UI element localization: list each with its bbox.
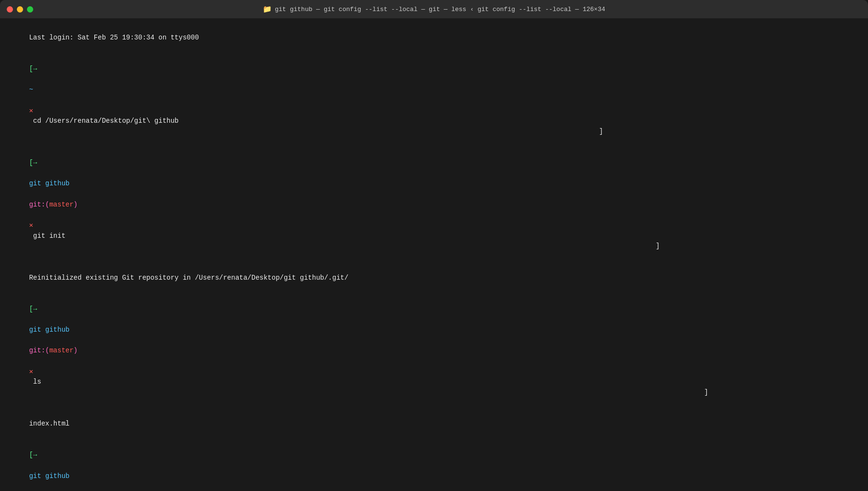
maximize-button[interactable] (27, 6, 33, 13)
close-button[interactable] (7, 6, 13, 13)
prompt-dir-2: git github (29, 180, 69, 187)
prompt-dir-3: git github (29, 326, 69, 334)
cmd-line-3: [→ git github git:(master) ✕ ls (5, 294, 863, 409)
prompt-git-2: git:( (29, 201, 49, 208)
cmd-text-2: git init (29, 232, 65, 240)
titlebar-title: 📁 git github — git config --list --local… (263, 5, 605, 14)
login-text: Last login: Sat Feb 25 19:30:34 on ttys0… (29, 34, 199, 41)
reinit-text: Reinitialized existing Git repository in… (29, 274, 348, 282)
cmd-line-4: [→ git github git:(master) ✕ git status (5, 440, 863, 491)
titlebar: 📁 git github — git config --list --local… (0, 0, 868, 18)
cmd-text-1: cd /Users/renata/Desktop/git\ github (29, 117, 179, 125)
line-end-2: ] (29, 242, 660, 250)
prompt-branch-2: master (49, 201, 73, 208)
ls-output-text: index.html (29, 420, 69, 427)
login-line: Last login: Sat Feb 25 19:30:34 on ttys0… (5, 22, 863, 53)
cmd-text-3: ls (29, 378, 41, 386)
prompt-tilde-1: ~ (29, 86, 33, 93)
prompt-x-2: ✕ (29, 221, 33, 229)
window-controls (7, 6, 33, 13)
prompt-x-1: ✕ (29, 107, 33, 115)
reinit-line: Reinitialized existing Git repository in… (5, 262, 863, 294)
prompt-arrow-3: [→ (29, 305, 37, 313)
folder-icon: 📁 (263, 5, 272, 14)
prompt-arrow-2: [→ (29, 159, 37, 167)
terminal-window: 📁 git github — git config --list --local… (0, 0, 868, 491)
prompt-arrow-4: [→ (29, 451, 37, 459)
line-end-1: ] (29, 128, 603, 135)
terminal-content[interactable]: Last login: Sat Feb 25 19:30:34 on ttys0… (0, 18, 868, 491)
prompt-arrow-1: [→ (29, 65, 37, 73)
minimize-button[interactable] (17, 6, 23, 13)
ls-output: index.html (5, 408, 863, 439)
cmd-line-1: [→ ~ ✕ cd /Users/renata/Desktop/git\ git… (5, 53, 863, 147)
prompt-branch-3: master (49, 347, 73, 354)
cmd-line-2: [→ git github git:(master) ✕ git init (5, 147, 863, 262)
prompt-x-3: ✕ (29, 368, 33, 375)
window-title-text: git github — git config --list --local —… (275, 6, 605, 13)
line-end-3: ] (29, 388, 708, 396)
prompt-git-3: git:( (29, 347, 49, 354)
prompt-dir-4: git github (29, 472, 69, 480)
